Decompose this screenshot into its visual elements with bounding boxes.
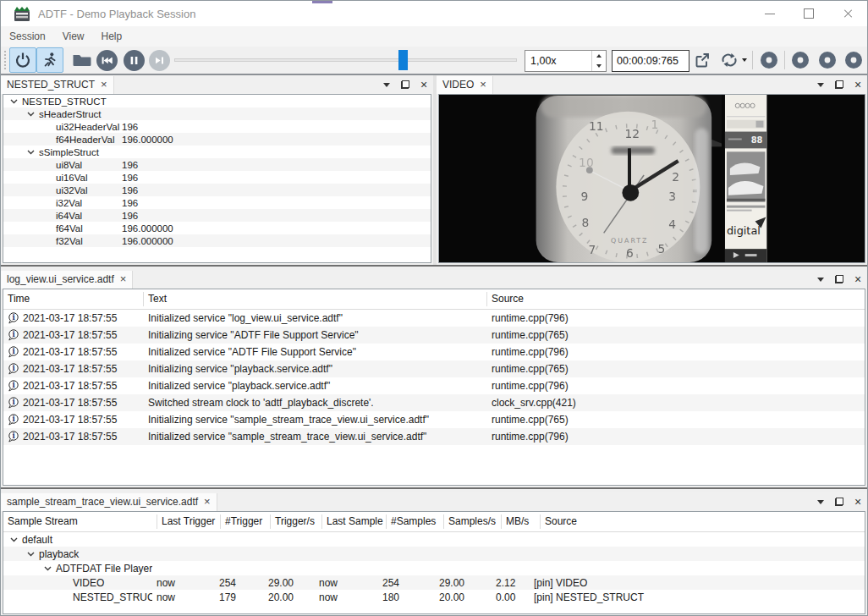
tree-item-value: 196: [122, 198, 138, 208]
marker-button-3[interactable]: [815, 47, 840, 73]
time-position-field[interactable]: 00:00:09:765: [612, 50, 689, 72]
skip-to-start-button[interactable]: [93, 47, 120, 73]
menu-item[interactable]: View: [54, 26, 93, 47]
column-header-num-trigger[interactable]: #Trigger: [221, 514, 271, 529]
pause-button[interactable]: [120, 47, 147, 73]
tree-row[interactable]: ui32Val 196: [3, 184, 431, 196]
tree-row[interactable]: f64HeaderVal 196.000000: [3, 133, 431, 146]
column-header-mbs[interactable]: MB/s: [502, 514, 541, 529]
log-row[interactable]: i 2021-03-17 18:57:55 Initialized servic…: [3, 344, 865, 360]
open-external-button[interactable]: [689, 47, 715, 73]
tab-close-icon[interactable]: ×: [480, 80, 486, 90]
maximize-button[interactable]: [789, 1, 828, 26]
panel-close-button[interactable]: ×: [849, 493, 867, 510]
trace-row[interactable]: playback: [3, 547, 865, 561]
tree-item-name: sSimpleStruct: [39, 147, 99, 157]
marker-button-2[interactable]: [788, 47, 813, 73]
speed-decrease-button[interactable]: [592, 61, 606, 71]
trace-row[interactable]: VIDEO now 254 29.00 now 254 29.00 2.12 […: [3, 575, 865, 590]
chevron-down-icon[interactable]: [8, 99, 19, 104]
log-row[interactable]: i 2021-03-17 18:57:55 Initialized servic…: [3, 377, 865, 394]
chevron-down-icon[interactable]: [42, 566, 53, 571]
tree-item-value: 196: [122, 122, 138, 132]
column-header-num-samples[interactable]: #Samples: [387, 514, 444, 529]
log-row[interactable]: i 2021-03-17 18:57:55 Initializing servi…: [3, 327, 865, 344]
cell-trigger-rate: 20.00: [264, 591, 315, 603]
playback-speed-spinner[interactable]: 1,00x: [525, 50, 607, 72]
tab-video[interactable]: VIDEO ×: [437, 76, 493, 94]
column-header-text[interactable]: Text: [144, 292, 487, 306]
toolbar-drag-handle[interactable]: [4, 51, 6, 69]
tree-row[interactable]: f64Val 196.000000: [3, 222, 431, 234]
tree-row[interactable]: ui32HeaderVal 196: [3, 120, 431, 133]
column-header-sample-rate[interactable]: Samples/s: [444, 514, 502, 529]
log-row[interactable]: i 2021-03-17 18:57:55 Initializing servi…: [3, 411, 865, 428]
panel-menu-button[interactable]: [811, 76, 830, 93]
info-icon: i: [8, 380, 19, 392]
tab-log-view[interactable]: log_view.ui_service.adtf ×: [1, 271, 133, 289]
runtime-power-button[interactable]: [9, 47, 36, 73]
speed-value: 1,00x: [525, 51, 591, 71]
float-icon: [835, 275, 843, 283]
chevron-down-icon[interactable]: [25, 112, 36, 117]
column-header-last-trigger[interactable]: Last Trigger: [157, 514, 221, 529]
tree-row[interactable]: ui8Val 196: [3, 158, 431, 171]
marker-button-4[interactable]: [841, 47, 866, 73]
tree-item-name: NESTED_STRUCT: [22, 96, 107, 107]
tree-row[interactable]: i32Val 196: [3, 196, 431, 209]
column-header-sample-stream[interactable]: Sample Stream: [3, 514, 157, 529]
column-header-source[interactable]: Source: [487, 292, 865, 306]
panel-menu-button[interactable]: [811, 493, 830, 510]
column-header-last-sample[interactable]: Last Sample: [322, 514, 387, 529]
trace-row[interactable]: default: [3, 532, 865, 547]
tab-close-icon[interactable]: ×: [204, 497, 211, 507]
tab-close-icon[interactable]: ×: [120, 274, 127, 284]
seek-slider-track[interactable]: [174, 58, 517, 62]
log-time: 2021-03-17 18:57:55: [23, 431, 117, 443]
run-button[interactable]: [36, 47, 63, 73]
panel-float-button[interactable]: [830, 76, 849, 93]
trace-row[interactable]: NESTED_STRUCT now 179 20.00 now 180 20.0…: [3, 590, 865, 604]
trace-row[interactable]: ADTFDAT File Player: [3, 561, 865, 575]
tab-trace-view[interactable]: sample_stream_trace_view.ui_service.adtf…: [1, 493, 217, 511]
log-text: Initialized service "ADTF File Support S…: [143, 346, 486, 358]
panel-close-button[interactable]: ×: [849, 271, 867, 288]
panel-float-button[interactable]: [830, 493, 849, 510]
tree-row[interactable]: f32Val 196.000000: [3, 234, 431, 247]
seek-slider-handle[interactable]: [398, 50, 408, 70]
marker-button-1[interactable]: [756, 47, 782, 73]
tree-row[interactable]: ui16Val 196: [3, 171, 431, 184]
minimize-button[interactable]: [750, 1, 789, 26]
menu-item[interactable]: Session: [1, 26, 54, 47]
panel-float-button[interactable]: [396, 76, 415, 93]
panel-close-button[interactable]: ×: [415, 76, 433, 93]
column-header-source[interactable]: Source: [541, 514, 865, 529]
panel-menu-button[interactable]: [811, 271, 830, 288]
close-button[interactable]: [828, 1, 867, 26]
menu-item[interactable]: Help: [93, 26, 131, 47]
tree-row[interactable]: NESTED_STRUCT: [3, 95, 431, 107]
panel-float-button[interactable]: [830, 271, 849, 288]
panel-close-button[interactable]: ×: [849, 76, 867, 93]
column-header-trigger-rate[interactable]: Trigger/s: [271, 514, 322, 529]
tree-row[interactable]: sSimpleStruct: [3, 146, 431, 158]
chevron-down-icon[interactable]: [8, 537, 19, 542]
log-row[interactable]: i 2021-03-17 18:57:55 Initializing servi…: [3, 360, 865, 377]
panel-menu-button[interactable]: [377, 76, 396, 93]
skip-to-end-button[interactable]: [146, 47, 173, 73]
tree-row[interactable]: sHeaderStruct: [3, 107, 431, 120]
log-row[interactable]: i 2021-03-17 18:57:55 Initialized servic…: [3, 428, 865, 445]
tree-row[interactable]: i64Val 196: [3, 209, 431, 222]
tab-nested-struct[interactable]: NESTED_STRUCT ×: [1, 76, 114, 94]
column-header-time[interactable]: Time: [3, 292, 144, 306]
tab-close-icon[interactable]: ×: [101, 80, 107, 90]
seek-slider[interactable]: [174, 50, 517, 70]
chevron-down-icon[interactable]: [25, 150, 36, 155]
repeat-mode-button[interactable]: [716, 47, 750, 73]
chevron-down-icon[interactable]: [25, 552, 36, 557]
log-source: runtime.cpp(765): [486, 414, 865, 426]
log-row[interactable]: i 2021-03-17 18:57:55 Switched stream cl…: [3, 394, 865, 411]
log-row[interactable]: i 2021-03-17 18:57:55 Initialized servic…: [3, 310, 865, 327]
open-file-button[interactable]: [69, 47, 96, 73]
speed-increase-button[interactable]: [592, 51, 606, 61]
